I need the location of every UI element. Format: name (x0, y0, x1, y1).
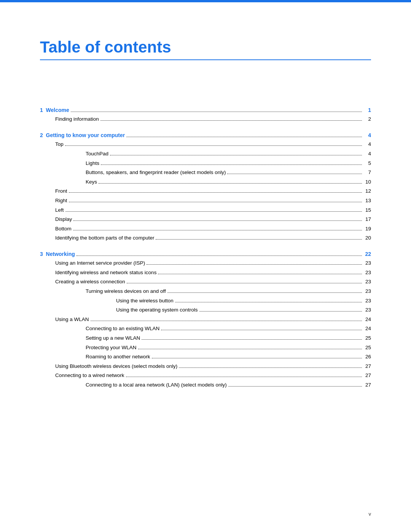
chapter-3-page: 22 (363, 250, 371, 258)
section-top-page: 4 (363, 140, 371, 149)
section-setting-wlan: Setting up a new WLAN 25 (40, 334, 371, 342)
section-wireless-icons-page: 23 (363, 268, 371, 277)
section-left-page: 15 (363, 206, 371, 214)
section-bluetooth-label: Using Bluetooth wireless devices (select… (55, 362, 177, 371)
section-left: Left 15 (40, 206, 371, 214)
section-protecting-wlan: Protecting your WLAN 25 (40, 343, 371, 352)
section-isp: Using an Internet service provider (ISP)… (40, 259, 371, 267)
toc-content: 1 Welcome 1 Finding information 2 2 Gett… (40, 106, 371, 389)
chapter-1-dots (71, 112, 362, 112)
section-roaming: Roaming to another network 26 (40, 353, 371, 361)
page-title: Table of contents (40, 38, 371, 60)
section-turning-wireless: Turning wireless devices on and off 23 (40, 287, 371, 296)
section-creating-wireless-label: Creating a wireless connection (55, 278, 125, 286)
section-front: Front 12 (40, 187, 371, 195)
section-display-page: 17 (363, 215, 371, 224)
section-creating-wireless-page: 23 (363, 278, 371, 286)
section-using-wlan: Using a WLAN 24 (40, 315, 371, 324)
section-identifying-bottom: Identifying the bottom parts of the comp… (40, 234, 371, 242)
section-left-label: Left (55, 206, 64, 214)
section-touchpad-label: TouchPad (86, 150, 108, 158)
chapter-1-entry: 1 Welcome 1 (40, 106, 371, 114)
section-connecting-existing-wlan-page: 24 (363, 324, 371, 333)
section-protecting-wlan-page: 25 (363, 343, 371, 352)
section-wired-network-page: 27 (363, 371, 371, 380)
section-finding-information: Finding information 2 (40, 115, 371, 123)
chapter-2-entry: 2 Getting to know your computer 4 (40, 131, 371, 139)
section-right: Right 13 (40, 197, 371, 205)
section-wireless-icons-label: Identifying wireless and network status … (55, 268, 156, 277)
chapter-1-page: 1 (363, 106, 371, 114)
section-buttons-label: Buttons, speakers, and fingerprint reade… (86, 168, 226, 177)
chapter-3-group: 3 Networking 22 Using an Internet servic… (40, 250, 371, 389)
page-footer: v (369, 511, 371, 517)
section-wireless-button: Using the wireless button 23 (40, 297, 371, 305)
section-lan-page: 27 (363, 381, 371, 389)
section-creating-wireless: Creating a wireless connection 23 (40, 278, 371, 286)
chapter-2-dots (126, 137, 362, 137)
section-turning-wireless-page: 23 (363, 287, 371, 296)
page: Table of contents 1 Welcome 1 Finding in… (0, 0, 411, 532)
section-roaming-page: 26 (363, 353, 371, 361)
section-bottom-page: 19 (363, 225, 371, 233)
section-keys: Keys 10 (40, 178, 371, 186)
chapter-2-page: 4 (363, 131, 371, 139)
section-isp-page: 23 (363, 259, 371, 267)
section-buttons-page: 7 (363, 168, 371, 177)
section-setting-wlan-label: Setting up a new WLAN (86, 334, 140, 342)
section-front-page: 12 (363, 187, 371, 195)
footer-page-number: v (369, 511, 371, 517)
section-os-controls-page: 23 (363, 306, 371, 314)
section-top: Top 4 (40, 140, 371, 149)
section-buttons: Buttons, speakers, and fingerprint reade… (40, 168, 371, 177)
section-keys-page: 10 (363, 178, 371, 186)
section-wireless-button-label: Using the wireless button (116, 297, 174, 305)
section-bottom-label: Bottom (55, 225, 72, 233)
section-finding-information-label: Finding information (55, 115, 99, 123)
section-isp-label: Using an Internet service provider (ISP) (55, 259, 145, 267)
section-finding-information-page: 2 (363, 115, 371, 123)
section-display-label: Display (55, 215, 72, 224)
section-setting-wlan-page: 25 (363, 334, 371, 342)
section-os-controls: Using the operating system controls 23 (40, 306, 371, 314)
chapter-3-dots (76, 256, 362, 256)
section-turning-wireless-label: Turning wireless devices on and off (86, 287, 166, 296)
section-right-label: Right (55, 197, 67, 205)
section-identifying-bottom-label: Identifying the bottom parts of the comp… (55, 234, 154, 242)
section-protecting-wlan-label: Protecting your WLAN (86, 343, 137, 352)
section-using-wlan-label: Using a WLAN (55, 315, 89, 324)
section-identifying-bottom-page: 20 (363, 234, 371, 242)
section-lights: Lights 5 (40, 159, 371, 168)
chapter-1-group: 1 Welcome 1 Finding information 2 (40, 106, 371, 123)
section-using-wlan-page: 24 (363, 315, 371, 324)
chapter-1-label: 1 Welcome (40, 106, 69, 114)
section-display: Display 17 (40, 215, 371, 224)
chapter-2-label: 2 Getting to know your computer (40, 131, 125, 139)
section-lights-label: Lights (86, 159, 99, 168)
section-bottom: Bottom 19 (40, 225, 371, 233)
section-lan: Connecting to a local area network (LAN)… (40, 381, 371, 389)
section-wired-network: Connecting to a wired network 27 (40, 371, 371, 380)
section-touchpad-page: 4 (363, 150, 371, 158)
section-os-controls-label: Using the operating system controls (116, 306, 198, 314)
section-wireless-button-page: 23 (363, 297, 371, 305)
chapter-3-label: 3 Networking (40, 250, 75, 258)
section-bluetooth: Using Bluetooth wireless devices (select… (40, 362, 371, 371)
section-right-page: 13 (363, 197, 371, 205)
section-lan-label: Connecting to a local area network (LAN)… (86, 381, 227, 389)
top-border-decoration (0, 0, 411, 2)
section-wired-network-label: Connecting to a wired network (55, 371, 124, 380)
section-connecting-existing-wlan-label: Connecting to an existing WLAN (86, 324, 159, 333)
section-bluetooth-page: 27 (363, 362, 371, 371)
section-wireless-icons: Identifying wireless and network status … (40, 268, 371, 277)
section-roaming-label: Roaming to another network (86, 353, 150, 361)
section-connecting-existing-wlan: Connecting to an existing WLAN 24 (40, 324, 371, 333)
section-touchpad: TouchPad 4 (40, 150, 371, 158)
section-lights-page: 5 (363, 159, 371, 168)
section-keys-label: Keys (86, 178, 97, 186)
chapter-3-entry: 3 Networking 22 (40, 250, 371, 258)
section-top-label: Top (55, 140, 64, 149)
section-front-label: Front (55, 187, 67, 195)
section-finding-information-dots (100, 120, 362, 121)
chapter-2-group: 2 Getting to know your computer 4 Top 4 … (40, 131, 371, 242)
